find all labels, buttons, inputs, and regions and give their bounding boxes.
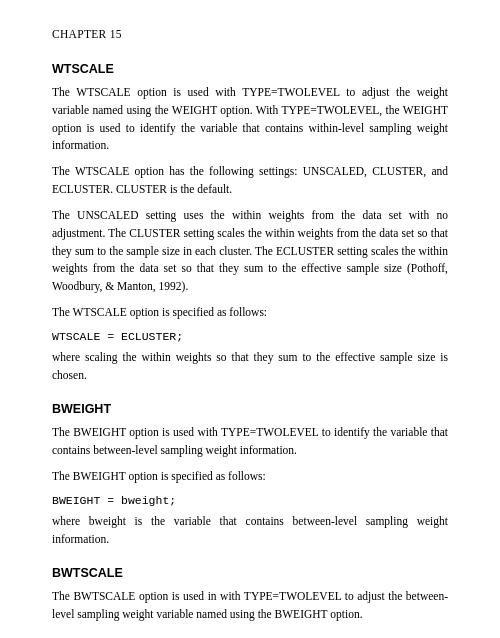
bweight-after-code: where bweight is the variable that conta… bbox=[52, 513, 448, 549]
bweight-code: BWEIGHT = bweight; bbox=[52, 494, 448, 507]
section-title-wtscale: WTSCALE bbox=[52, 62, 448, 76]
section-bweight: BWEIGHT The BWEIGHT option is used with … bbox=[52, 402, 448, 548]
wtscale-para-2: The WTSCALE option has the following set… bbox=[52, 163, 448, 199]
wtscale-para-1: The WTSCALE option is used with TYPE=TWO… bbox=[52, 84, 448, 155]
wtscale-para-3: The UNSCALED setting uses the within wei… bbox=[52, 207, 448, 296]
wtscale-after-code: where scaling the within weights so that… bbox=[52, 349, 448, 385]
bweight-para-1: The BWEIGHT option is used with TYPE=TWO… bbox=[52, 424, 448, 460]
page: CHAPTER 15 WTSCALE The WTSCALE option is… bbox=[0, 0, 500, 638]
bweight-para-2: The BWEIGHT option is specified as follo… bbox=[52, 468, 448, 486]
wtscale-code: WTSCALE = ECLUSTER; bbox=[52, 330, 448, 343]
section-wtscale: WTSCALE The WTSCALE option is used with … bbox=[52, 62, 448, 384]
section-title-bweight: BWEIGHT bbox=[52, 402, 448, 416]
chapter-header: CHAPTER 15 bbox=[52, 28, 448, 40]
wtscale-para-4: The WTSCALE option is specified as follo… bbox=[52, 304, 448, 322]
section-bwtscale: BWTSCALE The BWTSCALE option is used in … bbox=[52, 566, 448, 624]
bwtscale-para-1: The BWTSCALE option is used in with TYPE… bbox=[52, 588, 448, 624]
section-title-bwtscale: BWTSCALE bbox=[52, 566, 448, 580]
